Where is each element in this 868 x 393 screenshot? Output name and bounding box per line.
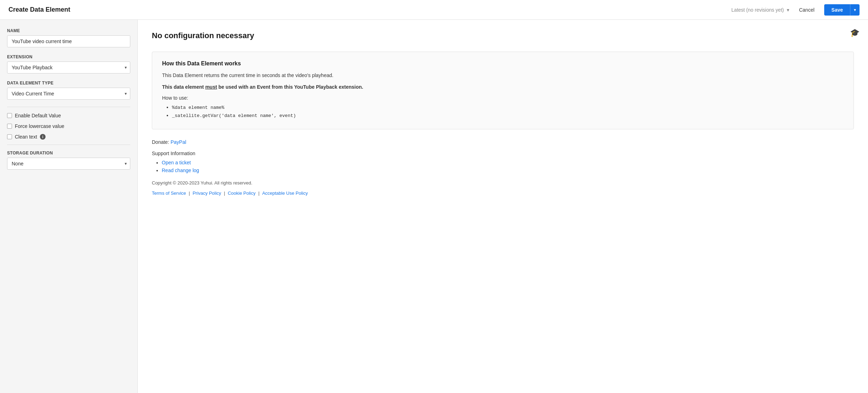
info-icon[interactable]: i bbox=[40, 134, 46, 140]
header-right: Latest (no revisions yet) ▾ Cancel Save … bbox=[731, 4, 860, 16]
save-button-group: Save ▾ bbox=[824, 4, 860, 16]
enable-default-value-label: Enable Default Value bbox=[15, 113, 61, 118]
how-desc-1: This Data Element returns the current ti… bbox=[162, 72, 844, 79]
code-item-1: %data element name% bbox=[172, 104, 844, 110]
enable-default-value-checkbox[interactable] bbox=[7, 113, 12, 118]
privacy-link[interactable]: Privacy Policy bbox=[192, 190, 221, 196]
terms-link[interactable]: Terms of Service bbox=[152, 190, 186, 196]
support-info-label: Support Information bbox=[152, 151, 854, 156]
copyright: Copyright © 2020-2023 Yuhui. All rights … bbox=[152, 180, 854, 186]
clean-text-row[interactable]: Clean text i bbox=[7, 134, 130, 140]
open-ticket-link[interactable]: Open a ticket bbox=[162, 160, 191, 165]
how-it-works-section: How this Data Element works This Data El… bbox=[152, 52, 854, 129]
graduation-cap-icon[interactable]: 🎓 bbox=[850, 28, 860, 37]
extension-select-wrapper: YouTube Playback ▾ bbox=[7, 61, 130, 74]
code-item-2: _satellite.getVar('data element name', e… bbox=[172, 112, 844, 118]
storage-duration-label: Storage Duration bbox=[7, 151, 130, 156]
separator-2: | bbox=[222, 190, 228, 196]
clean-text-label: Clean text bbox=[15, 134, 37, 140]
storage-duration-select-wrapper: None Pageview Session Visitor ▾ bbox=[7, 158, 130, 170]
support-list: Open a ticket Read change log bbox=[152, 160, 854, 173]
cancel-button[interactable]: Cancel bbox=[795, 5, 819, 15]
code-text-1: %data element name% bbox=[172, 105, 224, 110]
no-config-title: No configuration necessary bbox=[152, 31, 854, 40]
read-changelog-link[interactable]: Read change log bbox=[162, 168, 199, 173]
divider bbox=[7, 107, 130, 107]
donate-label: Donate: bbox=[152, 139, 169, 145]
data-element-type-label: Data Element Type bbox=[7, 81, 130, 86]
enable-default-value-row[interactable]: Enable Default Value bbox=[7, 113, 130, 118]
revision-label: Latest (no revisions yet) ▾ bbox=[731, 7, 789, 13]
separator-1: | bbox=[187, 190, 192, 196]
clean-text-checkbox[interactable] bbox=[7, 134, 12, 139]
extension-select[interactable]: YouTube Playback bbox=[7, 61, 130, 74]
divider-2 bbox=[7, 145, 130, 145]
save-button[interactable]: Save bbox=[824, 4, 850, 16]
data-element-type-select[interactable]: Video Current Time bbox=[7, 88, 130, 100]
read-changelog-item: Read change log bbox=[162, 168, 854, 173]
paypal-link[interactable]: PayPal bbox=[171, 139, 186, 145]
how-title: How this Data Element works bbox=[162, 60, 844, 67]
footer-links: Terms of Service | Privacy Policy | Cook… bbox=[152, 190, 854, 196]
header: Create Data Element Latest (no revisions… bbox=[0, 0, 868, 20]
donate-row: Donate: PayPal bbox=[152, 139, 854, 145]
acceptable-use-link[interactable]: Acceptable Use Policy bbox=[262, 190, 308, 196]
separator-3: | bbox=[257, 190, 262, 196]
storage-duration-select[interactable]: None Pageview Session Visitor bbox=[7, 158, 130, 170]
save-dropdown-button[interactable]: ▾ bbox=[850, 4, 860, 16]
force-lowercase-row[interactable]: Force lowercase value bbox=[7, 123, 130, 129]
how-desc-2: This data element must be used with an E… bbox=[162, 83, 844, 91]
force-lowercase-checkbox[interactable] bbox=[7, 124, 12, 129]
name-label: Name bbox=[7, 28, 130, 33]
cookie-link[interactable]: Cookie Policy bbox=[228, 190, 256, 196]
name-input[interactable] bbox=[7, 35, 130, 47]
code-text-2: _satellite.getVar('data element name', e… bbox=[172, 113, 296, 118]
data-element-type-select-wrapper: Video Current Time ▾ bbox=[7, 88, 130, 100]
chevron-down-icon[interactable]: ▾ bbox=[787, 7, 789, 13]
open-ticket-item: Open a ticket bbox=[162, 160, 854, 165]
left-panel: Name Extension YouTube Playback ▾ Data E… bbox=[0, 20, 138, 393]
page-title: Create Data Element bbox=[8, 6, 70, 13]
force-lowercase-label: Force lowercase value bbox=[15, 123, 64, 129]
main-layout: Name Extension YouTube Playback ▾ Data E… bbox=[0, 20, 868, 393]
right-panel: 🎓 No configuration necessary How this Da… bbox=[138, 20, 868, 393]
how-to-use-label: How to use: bbox=[162, 95, 844, 101]
code-list: %data element name% _satellite.getVar('d… bbox=[162, 104, 844, 118]
extension-label: Extension bbox=[7, 54, 130, 59]
